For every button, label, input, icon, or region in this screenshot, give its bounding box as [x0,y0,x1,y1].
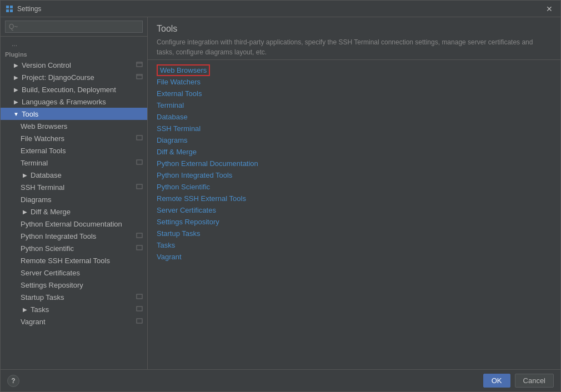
link-database[interactable]: Database [157,111,552,123]
link-startup-tasks[interactable]: Startup Tasks [157,228,552,239]
item-badge [136,232,143,240]
item-label: Server Certificates [21,269,143,277]
sidebar-item-file-watchers[interactable]: File Watchers [1,132,147,144]
item-label: Build, Execution, Deployment [22,86,143,94]
item-label: Version Control [22,61,134,69]
arrow-icon: ▶ [21,170,29,179]
search-input[interactable] [5,21,143,33]
svg-rect-6 [137,74,142,79]
item-label: Diagrams [21,195,143,204]
sidebar-item-project-django[interactable]: ▶ Project: DjangoCourse [1,71,147,83]
item-badge [136,244,143,252]
title-bar: Settings ✕ [1,1,560,17]
arrow-icon: ▶ [12,73,21,82]
link-python-scientific[interactable]: Python Scientific [157,181,552,193]
item-label: Database [31,171,143,179]
svg-rect-9 [137,160,142,164]
item-badge [136,73,143,81]
link-python-ext-doc[interactable]: Python External Documentation [157,158,552,169]
panel-title: Tools [157,24,552,34]
link-diagrams[interactable]: Diagrams [157,134,552,146]
tree-area: ... Plugins ▶ Version Control ▶ Project:… [1,37,147,369]
item-badge [136,61,143,69]
sidebar-item-python-int-tools[interactable]: Python Integrated Tools [1,230,147,242]
link-external-tools[interactable]: External Tools [157,88,552,99]
item-label: Vagrant [21,318,134,326]
link-vagrant[interactable]: Vagrant [157,251,552,263]
sidebar-item-python-ext-doc[interactable]: Python External Documentation [1,218,147,230]
item-badge [136,318,143,325]
main-panel: Tools Configure integration with third-p… [148,17,560,369]
svg-rect-4 [137,62,142,67]
sidebar-item-startup-tasks[interactable]: Startup Tasks [1,291,147,303]
svg-rect-0 [6,6,9,8]
item-label: Remote SSH External Tools [21,257,143,265]
arrow-icon: ▶ [12,85,21,94]
sidebar-item-external-tools[interactable]: External Tools [1,144,147,157]
panel-links-list: Web Browsers File Watchers External Tool… [148,60,560,369]
item-label: Python External Documentation [21,220,143,228]
sidebar-item-diff-merge[interactable]: ▶ Diff & Merge [1,205,147,218]
sidebar: ... Plugins ▶ Version Control ▶ Project:… [1,17,148,369]
sidebar-item-languages-frameworks[interactable]: ▶ Languages & Frameworks [1,96,147,108]
svg-rect-13 [137,294,142,299]
arrow-icon: ▶ [21,305,29,314]
item-label: Settings Repository [21,281,143,289]
link-diff-merge[interactable]: Diff & Merge [157,146,552,158]
sidebar-item-diagrams[interactable]: Diagrams [1,193,147,205]
item-label: Languages & Frameworks [22,98,143,106]
sidebar-item-ssh-terminal[interactable]: SSH Terminal [1,181,147,193]
item-badge [136,134,143,142]
content-area: ... Plugins ▶ Version Control ▶ Project:… [1,17,560,369]
help-button[interactable]: ? [7,375,19,387]
link-tasks[interactable]: Tasks [157,239,552,251]
sidebar-item-build-execution[interactable]: ▶ Build, Execution, Deployment [1,83,147,96]
svg-rect-8 [137,135,142,140]
bottom-bar: ? OK Cancel [1,369,560,391]
tree-ellipsis: ... [1,39,147,49]
link-ssh-terminal[interactable]: SSH Terminal [157,123,552,134]
link-server-certs[interactable]: Server Certificates [157,204,552,216]
sidebar-item-tools[interactable]: ▼ Tools [1,108,147,120]
sidebar-item-database[interactable]: ▶ Database [1,169,147,181]
item-label: Python Scientific [21,244,134,253]
link-terminal[interactable]: Terminal [157,99,552,111]
item-label: Startup Tasks [21,293,134,301]
sidebar-item-version-control[interactable]: ▶ Version Control [1,59,147,71]
window-icon [5,4,14,13]
sidebar-item-python-scientific[interactable]: Python Scientific [1,242,147,254]
link-file-watchers[interactable]: File Watchers [157,76,552,88]
settings-window: Settings ✕ ... Plugins ▶ Version Control [0,0,561,392]
window-title: Settings [17,5,543,13]
svg-rect-11 [137,233,142,238]
search-box [1,17,147,37]
arrow-icon: ▶ [12,97,21,106]
item-label: Tools [22,110,143,118]
sidebar-item-terminal[interactable]: Terminal [1,157,147,169]
link-python-int-tools[interactable]: Python Integrated Tools [157,169,552,181]
link-remote-ssh[interactable]: Remote SSH External Tools [157,193,552,204]
panel-description: Configure integration with third-party a… [157,37,552,57]
sidebar-item-vagrant[interactable]: Vagrant [1,315,147,328]
sidebar-item-server-certs[interactable]: Server Certificates [1,267,147,279]
item-label: SSH Terminal [21,183,134,192]
sidebar-item-web-browsers[interactable]: Web Browsers [1,120,147,132]
svg-rect-15 [137,319,142,323]
item-label: External Tools [21,147,143,155]
item-label: Diff & Merge [31,208,143,216]
svg-rect-2 [6,9,9,12]
arrow-icon: ▼ [12,109,21,118]
cancel-button[interactable]: Cancel [515,374,554,388]
sidebar-item-tasks[interactable]: ▶ Tasks [1,303,147,315]
ok-button[interactable]: OK [483,374,510,388]
link-settings-repo[interactable]: Settings Repository [157,216,552,228]
close-button[interactable]: ✕ [543,3,556,14]
item-label: Tasks [31,305,134,314]
link-web-browsers[interactable]: Web Browsers [157,64,210,76]
sidebar-item-settings-repo[interactable]: Settings Repository [1,279,147,291]
item-label: File Watchers [21,134,134,143]
item-badge [136,305,143,313]
sidebar-item-remote-ssh[interactable]: Remote SSH External Tools [1,254,147,267]
item-badge [136,159,143,167]
svg-rect-3 [10,9,13,12]
